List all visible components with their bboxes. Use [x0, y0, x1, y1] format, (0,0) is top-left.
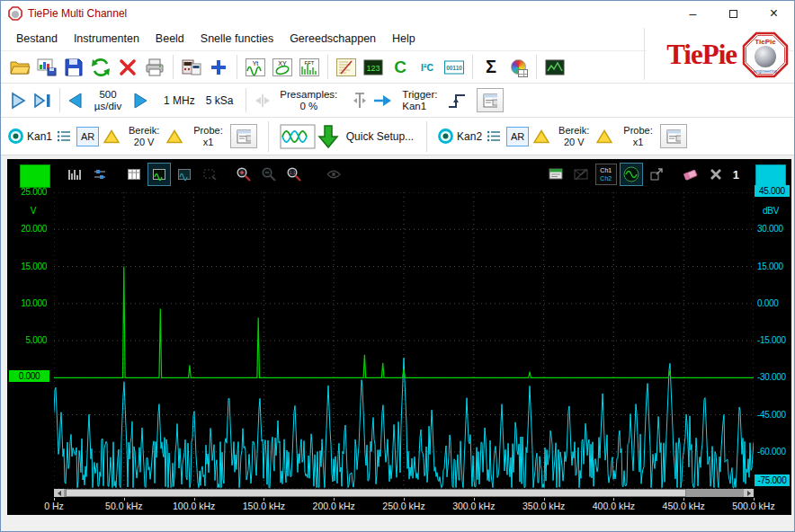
control-separator — [246, 88, 246, 112]
trigger-move-button[interactable] — [370, 92, 395, 110]
channel1-range-display[interactable]: Bereik: 20 V — [129, 125, 159, 148]
envelope-off-icon — [573, 166, 589, 182]
signal-wave-button[interactable] — [620, 163, 643, 186]
yt-view-button[interactable]: Yt — [242, 54, 269, 81]
select-region-button[interactable] — [198, 163, 221, 186]
sum-channel-button[interactable]: Σ — [478, 54, 505, 81]
close-button[interactable]: × — [754, 2, 794, 26]
channel2-name[interactable]: Kan2 — [457, 130, 482, 143]
menu-instrumenten[interactable]: Instrumenten — [66, 29, 147, 49]
add-instrument-button[interactable] — [205, 54, 232, 81]
horizontal-scrollbar[interactable] — [54, 489, 754, 497]
graph-alt-view-button[interactable] — [173, 163, 196, 186]
graph-number: 1 — [733, 168, 739, 182]
settings-dialog-icon — [483, 93, 497, 108]
right-axis-tick-label: -15.000 — [757, 335, 786, 345]
channel2-range-display[interactable]: Bereik: 20 V — [558, 125, 589, 148]
menu-gereedschappen[interactable]: Gereedschappen — [281, 29, 384, 49]
i2c-analyzer-button[interactable]: I²C — [414, 54, 441, 81]
numeric-display-button[interactable]: 123 — [360, 54, 387, 81]
xy-view-button[interactable]: XY — [269, 54, 296, 81]
connect-test-button[interactable] — [544, 163, 567, 186]
trigger-settings-button[interactable] — [477, 88, 504, 112]
channel2-settings-button[interactable] — [660, 124, 687, 148]
minimize-button[interactable]: – — [673, 2, 713, 26]
presamples-display[interactable]: Presamples: 0 % — [280, 89, 337, 112]
scrollbar-track[interactable] — [64, 489, 744, 497]
zoom-reset-button[interactable]: 1:1 — [282, 163, 306, 186]
scope-theme-button[interactable] — [541, 54, 568, 81]
blue-arrow-right-icon — [371, 92, 393, 110]
arrow-right-icon — [133, 92, 149, 110]
channel1-name[interactable]: Kan1 — [27, 130, 52, 143]
open-button[interactable] — [6, 54, 33, 81]
sample-rate-text: 1 MHz — [164, 94, 195, 107]
export-graph-button[interactable] — [645, 163, 668, 186]
comb-display-button[interactable] — [63, 163, 86, 186]
channel2-autorange-button[interactable]: AR — [506, 127, 529, 146]
print-button[interactable] — [141, 54, 168, 81]
delete-button[interactable] — [114, 54, 141, 81]
toolbar-separator — [536, 55, 537, 79]
channel2-range-warning-icon — [596, 129, 612, 144]
timebase-display[interactable]: 500 µs/div — [85, 89, 131, 112]
table-view-button[interactable] — [122, 163, 146, 186]
channel1-menu-icon[interactable] — [58, 130, 71, 142]
meter-view-button[interactable] — [333, 54, 360, 81]
erase-button[interactable] — [679, 163, 702, 186]
scroll-right-icon — [747, 491, 751, 496]
capacity-meter-button[interactable]: C — [387, 54, 414, 81]
fft-view-button[interactable]: FFT — [296, 54, 323, 81]
display-settings-button[interactable] — [88, 163, 112, 186]
presamples-value: 0 % — [299, 101, 317, 112]
scroll-right-button[interactable] — [744, 489, 754, 497]
svg-text:I²C: I²C — [421, 62, 433, 73]
channel-labels-button[interactable]: Ch1Ch2 — [594, 163, 618, 186]
channel2-menu-icon[interactable] — [487, 130, 501, 142]
timebase-decrease-button[interactable] — [65, 92, 85, 110]
left-axis[interactable]: 25.00020.00015.00010.0005.000V0.000 — [7, 159, 52, 515]
graph-view-button[interactable] — [147, 163, 171, 186]
menu-help[interactable]: Help — [384, 29, 424, 49]
channel1-settings-button[interactable] — [230, 124, 257, 148]
trigger-edge-button[interactable] — [444, 90, 469, 111]
left-axis-tick-label: 15.000 — [21, 262, 47, 271]
envelope-off-button[interactable] — [569, 163, 593, 186]
channel2-range-label: Bereik: — [558, 125, 589, 137]
control-separator — [59, 88, 60, 112]
scroll-left-button[interactable] — [54, 489, 64, 497]
menu-bestand[interactable]: Bestand — [8, 29, 66, 49]
left-axis-tick-label: 10.000 — [21, 298, 47, 308]
save-button[interactable] — [60, 54, 87, 81]
channel1-autorange-button[interactable]: AR — [76, 127, 99, 146]
export-image-button[interactable] — [33, 54, 60, 81]
right-axis-tick-label: 0.000 — [757, 298, 779, 308]
channel2-probe-display[interactable]: Probe: x1 — [623, 125, 652, 148]
zoom-in-button[interactable] — [232, 163, 255, 186]
maximize-button[interactable] — [713, 2, 754, 26]
trigger-display[interactable]: Trigger: Kan1 — [402, 89, 437, 112]
timebase-increase-button[interactable] — [131, 92, 151, 110]
timebase-value: 500 — [99, 89, 116, 101]
x-axis-tick-label: 150.0 kHz — [243, 501, 285, 511]
quick-setup-icon — [280, 124, 316, 149]
visibility-button[interactable] — [322, 163, 345, 186]
binary-display-button[interactable]: 00110 — [441, 54, 468, 81]
plot[interactable] — [54, 192, 754, 489]
scrollbar-thumb[interactable] — [66, 489, 686, 497]
oneshot-button[interactable] — [30, 91, 55, 111]
zoom-out-button[interactable] — [257, 163, 281, 186]
clear-button[interactable] — [704, 163, 728, 186]
refresh-button[interactable] — [87, 54, 114, 81]
channel1-probe-display[interactable]: Probe: x1 — [193, 125, 222, 148]
right-axis[interactable]: 45.00030.00015.0000.000-15.000-30.000-45… — [754, 159, 791, 515]
instrument-manager-button[interactable] — [178, 54, 205, 81]
quick-setup-button[interactable]: Quick Setup... — [344, 130, 415, 143]
instrument-icon — [181, 57, 202, 78]
svg-text:Σ: Σ — [486, 57, 496, 76]
start-button[interactable] — [6, 91, 30, 111]
settings-wheel-button[interactable] — [505, 54, 531, 81]
menu-beeld[interactable]: Beeld — [147, 29, 192, 49]
x-axis-tick-label: 50.0 kHz — [105, 501, 142, 511]
menu-snelle-functies[interactable]: Snelle functies — [192, 29, 281, 49]
